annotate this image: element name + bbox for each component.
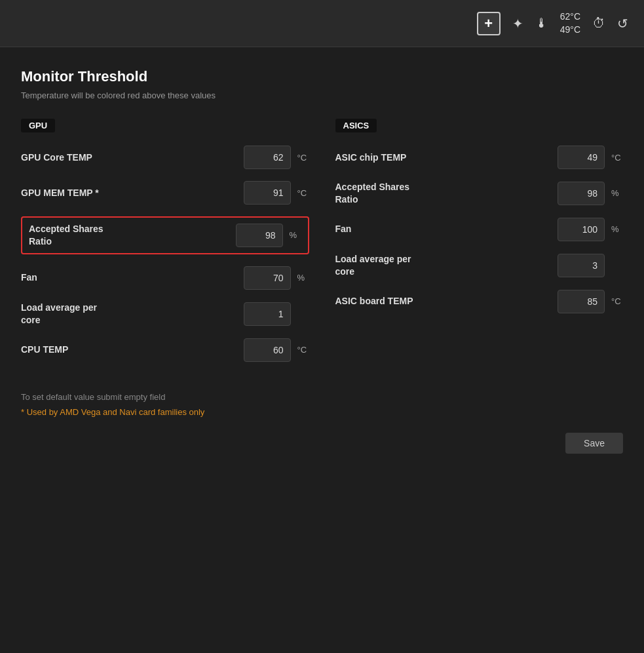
temp-display: 62°C 49°C xyxy=(560,10,580,36)
gpu-fan-input[interactable] xyxy=(244,266,291,290)
field-asic-chip-temp: ASIC chip TEMP °C xyxy=(335,146,624,169)
gpu-column: GPU GPU Core TEMP °C GPU MEM TEMP * °C A… xyxy=(21,119,309,374)
gpu-fan-unit: % xyxy=(297,273,309,283)
asic-chip-temp-input[interactable] xyxy=(558,146,605,169)
gpu-core-temp-label: GPU Core TEMP xyxy=(21,151,237,164)
topbar: + ✦ 🌡 62°C 49°C ⏱ ↺ xyxy=(0,0,644,47)
gpu-mem-temp-input[interactable] xyxy=(244,181,291,205)
gpu-fan-label: Fan xyxy=(21,271,237,284)
field-gpu-accepted-shares: Accepted SharesRatio % xyxy=(21,216,309,254)
asic-board-temp-label: ASIC board TEMP xyxy=(335,295,552,307)
cpu-temp-label: CPU TEMP xyxy=(21,344,237,356)
temp2-label: 49°C xyxy=(560,24,580,37)
field-asic-load-avg: Load average percore xyxy=(335,253,624,278)
asic-accepted-shares-label: Accepted SharesRatio xyxy=(335,181,552,206)
columns-layout: GPU GPU Core TEMP °C GPU MEM TEMP * °C A… xyxy=(21,119,623,374)
timer-icon[interactable]: ⏱ xyxy=(592,16,605,31)
thermometer-icon: 🌡 xyxy=(535,16,548,31)
footer-note: To set default value submit empty field xyxy=(21,392,623,402)
field-cpu-temp: CPU TEMP °C xyxy=(21,338,309,362)
asic-board-temp-input[interactable] xyxy=(558,290,605,313)
save-button[interactable]: Save xyxy=(565,433,623,454)
brush-icon[interactable]: ✦ xyxy=(512,16,523,31)
asics-section-label: ASICS xyxy=(335,119,377,132)
gpu-core-temp-unit: °C xyxy=(297,153,309,163)
add-button[interactable]: + xyxy=(477,12,501,35)
field-asic-fan: Fan % xyxy=(335,218,624,241)
field-gpu-core-temp: GPU Core TEMP °C xyxy=(21,146,309,169)
asic-load-avg-label: Load average percore xyxy=(335,253,552,278)
asic-board-temp-unit: °C xyxy=(611,296,623,306)
field-gpu-fan: Fan % xyxy=(21,266,309,290)
footer-amd-note: * Used by AMD Vega and Navi card familie… xyxy=(21,407,623,417)
asic-load-avg-input[interactable] xyxy=(558,254,605,277)
field-gpu-load-avg: Load average percore xyxy=(21,302,309,326)
asic-fan-label: Fan xyxy=(335,223,552,235)
asic-chip-temp-unit: °C xyxy=(611,153,623,163)
field-asic-board-temp: ASIC board TEMP °C xyxy=(335,290,624,313)
page-title: Monitor Threshold xyxy=(21,68,623,85)
gpu-accepted-shares-unit: % xyxy=(290,230,301,240)
refresh-icon[interactable]: ↺ xyxy=(617,16,628,31)
asic-fan-unit: % xyxy=(611,224,623,234)
gpu-section-label: GPU xyxy=(21,119,55,132)
main-content: Monitor Threshold Temperature will be co… xyxy=(0,47,644,469)
gpu-load-avg-label: Load average percore xyxy=(21,302,237,326)
field-asic-accepted-shares: Accepted SharesRatio % xyxy=(335,181,624,206)
asic-chip-temp-label: ASIC chip TEMP xyxy=(335,151,552,164)
cpu-temp-unit: °C xyxy=(297,345,309,355)
asic-accepted-shares-input[interactable] xyxy=(558,182,605,205)
cpu-temp-input[interactable] xyxy=(244,338,291,362)
gpu-mem-temp-unit: °C xyxy=(297,188,309,198)
page-subtitle: Temperature will be colored red above th… xyxy=(21,90,623,100)
field-gpu-mem-temp: GPU MEM TEMP * °C xyxy=(21,181,309,205)
gpu-load-avg-input[interactable] xyxy=(244,302,291,326)
gpu-mem-temp-label: GPU MEM TEMP * xyxy=(21,187,237,199)
gpu-core-temp-input[interactable] xyxy=(244,146,291,169)
temp1-label: 62°C xyxy=(560,10,580,24)
asic-accepted-shares-unit: % xyxy=(611,188,623,198)
asics-column: ASICS ASIC chip TEMP °C Accepted SharesR… xyxy=(335,119,624,374)
gpu-accepted-shares-input[interactable] xyxy=(236,224,283,247)
gpu-accepted-shares-label: Accepted SharesRatio xyxy=(29,223,229,248)
save-row: Save xyxy=(21,433,623,454)
asic-fan-input[interactable] xyxy=(558,218,605,241)
